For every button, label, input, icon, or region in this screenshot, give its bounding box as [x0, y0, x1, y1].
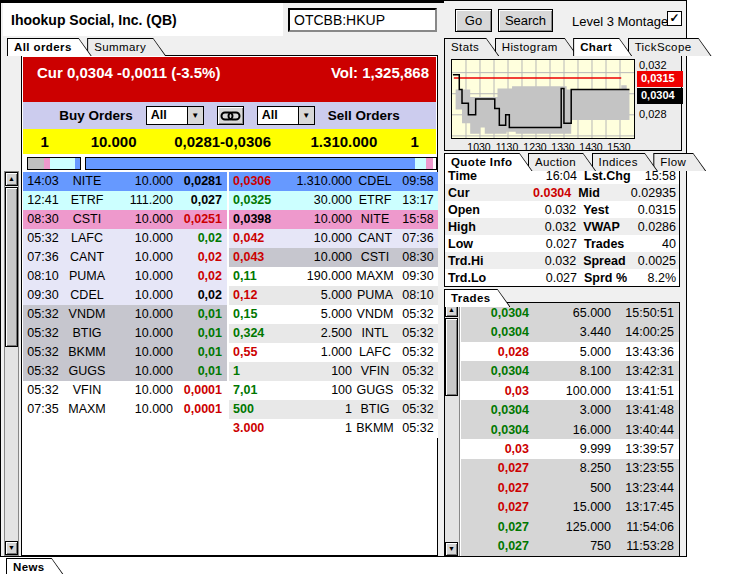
- tab-trades[interactable]: Trades: [444, 289, 510, 307]
- ask-depth-bar: [85, 157, 437, 170]
- tab-all-orders[interactable]: All orders: [7, 38, 92, 56]
- bid-time: 05:32: [23, 305, 63, 324]
- go-button[interactable]: Go: [455, 9, 492, 32]
- ask-price: 0,11: [229, 267, 287, 286]
- chevron-down-icon[interactable]: ▼: [187, 107, 203, 124]
- tab-tickscope[interactable]: TickScope: [628, 38, 712, 56]
- book-row[interactable]: 12:41 ETRF 111.200 0,027 0,0325 30.000 E…: [23, 191, 438, 210]
- tab-quote-info[interactable]: Quote Info: [444, 153, 533, 171]
- ask-side: 0,0325 30.000 ETRF 13:17: [229, 191, 438, 210]
- scrollbar-thumb[interactable]: [5, 187, 18, 347]
- bid-size: 10.000: [111, 400, 173, 419]
- ask-side: 0,043 10.000 CSTI 08:30: [229, 248, 438, 267]
- quote-label: Cur: [445, 186, 495, 200]
- book-row[interactable]: 09:30 CDEL 10.000 0,02 0,12 5.000 PUMA 0…: [23, 286, 438, 305]
- book-row[interactable]: 05:32 BKMM 10.000 0,01 0,55 1.000 LAFC 0…: [23, 343, 438, 362]
- quote-label: Trd.Lo: [445, 271, 497, 285]
- ask-size: 2.500: [287, 324, 352, 343]
- x-tick-label: 1430: [579, 141, 602, 153]
- trade-time: 13:43:36: [611, 345, 679, 359]
- tab-indices[interactable]: Indices: [592, 153, 658, 171]
- bid-side: 14:03 NITE 10.000 0,0281: [23, 172, 227, 191]
- tab-trades-label: Trades: [445, 290, 509, 307]
- bid-size: [111, 419, 173, 438]
- ask-time: 08:10: [398, 286, 438, 305]
- trades-rows: 0,0304 65.000 15:50:510,0304 3.440 14:00…: [461, 303, 679, 556]
- trade-row: 0,027 125.000 11:54:06: [461, 517, 679, 536]
- tab-stats[interactable]: Stats: [444, 38, 499, 56]
- last-price-box: 0,0304: [637, 88, 683, 104]
- trade-price: 0,028: [461, 345, 529, 359]
- bid-mmid: [63, 419, 111, 438]
- ask-price: 0,324: [229, 324, 287, 343]
- bid-size: 10.000: [111, 305, 173, 324]
- trade-time: 13:41:48: [611, 403, 679, 417]
- tab-news[interactable]: News: [6, 558, 65, 574]
- bid-side: 05:32 VFIN 10.000 0,0001: [23, 381, 227, 400]
- bid-mmid: CSTI: [63, 210, 111, 229]
- ask-size: 5.000: [287, 286, 352, 305]
- bid-size: 10.000: [111, 362, 173, 381]
- ask-size: 10.000: [287, 248, 352, 267]
- scroll-down-button[interactable]: ▼: [445, 542, 458, 556]
- level3-montage-checkbox[interactable]: ✓: [667, 11, 682, 26]
- trade-size: 15.000: [529, 500, 611, 514]
- scroll-down-button[interactable]: ▼: [5, 541, 18, 555]
- book-row[interactable]: 05:32 LAFC 10.000 0,02 0,042 10.000 CANT…: [23, 229, 438, 248]
- book-scrollbar[interactable]: ▲ ▼: [4, 171, 19, 556]
- volume: Vol: 1,325,868: [331, 64, 429, 81]
- quote-label: Mid: [571, 186, 631, 200]
- tab-flow[interactable]: Flow: [653, 153, 706, 171]
- ask-size: 100: [287, 362, 352, 381]
- ask-time: 15:58: [398, 210, 438, 229]
- sell-orders-filter-select[interactable]: All ▼: [257, 106, 315, 125]
- search-button[interactable]: Search: [498, 9, 553, 32]
- tab-summary[interactable]: Summary: [87, 38, 166, 56]
- ask-size: 100: [287, 381, 352, 400]
- trade-size: 3.440: [529, 325, 611, 339]
- best-ask-count: 1: [393, 133, 436, 150]
- trade-time: 13:39:57: [611, 442, 679, 456]
- link-filters-button[interactable]: [217, 106, 244, 125]
- book-row[interactable]: 07:35 MAXM 10.000 0,0001 500 1 BTIG 05:3…: [23, 400, 438, 419]
- scrollbar-thumb[interactable]: [445, 318, 458, 396]
- scroll-up-button[interactable]: ▲: [5, 172, 18, 186]
- buy-orders-filter-select[interactable]: All ▼: [146, 106, 204, 125]
- ask-mmid: LAFC: [352, 343, 398, 362]
- trade-size: 750: [529, 539, 611, 553]
- bid-side: 08:30 CSTI 10.000 0,0251: [23, 210, 227, 229]
- book-row[interactable]: 05:32 BTIG 10.000 0,01 0,324 2.500 INTL …: [23, 324, 438, 343]
- book-row[interactable]: 05:32 GUGS 10.000 0,01 1 100 VFIN 05:32: [23, 362, 438, 381]
- tab-chart[interactable]: Chart: [573, 38, 632, 56]
- ask-side: 0,042 10.000 CANT 07:36: [229, 229, 438, 248]
- bid-mmid: VNDM: [63, 305, 111, 324]
- chevron-down-icon[interactable]: ▼: [298, 107, 314, 124]
- trades-scrollbar[interactable]: ▲ ▼: [445, 303, 460, 556]
- trade-row: 0,027 8.250 13:23:55: [461, 459, 679, 478]
- bid-mmid: LAFC: [63, 229, 111, 248]
- book-row[interactable]: 3.000 1 BKMM 05:32: [23, 419, 438, 438]
- ask-price: 0,0398: [229, 210, 287, 229]
- ask-side: 0,11 190.000 MAXM 09:30: [229, 267, 438, 286]
- bid-side: 09:30 CDEL 10.000 0,02: [23, 286, 227, 305]
- quote-value: 0.032: [497, 254, 576, 268]
- symbol-input[interactable]: [288, 8, 437, 32]
- ask-mmid: CSTI: [352, 248, 398, 267]
- book-row[interactable]: 08:10 PUMA 10.000 0,02 0,11 190.000 MAXM…: [23, 267, 438, 286]
- book-row[interactable]: 14:03 NITE 10.000 0,0281 0,0306 1.310.00…: [23, 172, 438, 191]
- chart-x-axis: 103011301230133014301530: [451, 141, 635, 153]
- book-row[interactable]: 05:32 VFIN 10.000 0,0001 7,01 100 GUGS 0…: [23, 381, 438, 400]
- trade-row: 0,03 9.999 13:39:57: [461, 439, 679, 458]
- tab-histogram[interactable]: Histogram: [495, 38, 578, 56]
- trade-size: 500: [529, 481, 611, 495]
- book-row[interactable]: 08:30 CSTI 10.000 0,0251 0,0398 10.000 N…: [23, 210, 438, 229]
- ask-side: 500 1 BTIG 05:32: [229, 400, 438, 419]
- bid-side: 05:32 BTIG 10.000 0,01: [23, 324, 227, 343]
- ask-time: 05:32: [398, 305, 438, 324]
- ask-mmid: CDEL: [352, 172, 398, 191]
- book-row[interactable]: 07:36 CANT 10.000 0,02 0,043 10.000 CSTI…: [23, 248, 438, 267]
- bid-size: 10.000: [111, 172, 173, 191]
- tab-auction[interactable]: Auction: [528, 153, 596, 171]
- book-row[interactable]: 05:32 VNDM 10.000 0,01 0,15 5.000 VNDM 0…: [23, 305, 438, 324]
- x-tick-label: 1330: [551, 141, 574, 153]
